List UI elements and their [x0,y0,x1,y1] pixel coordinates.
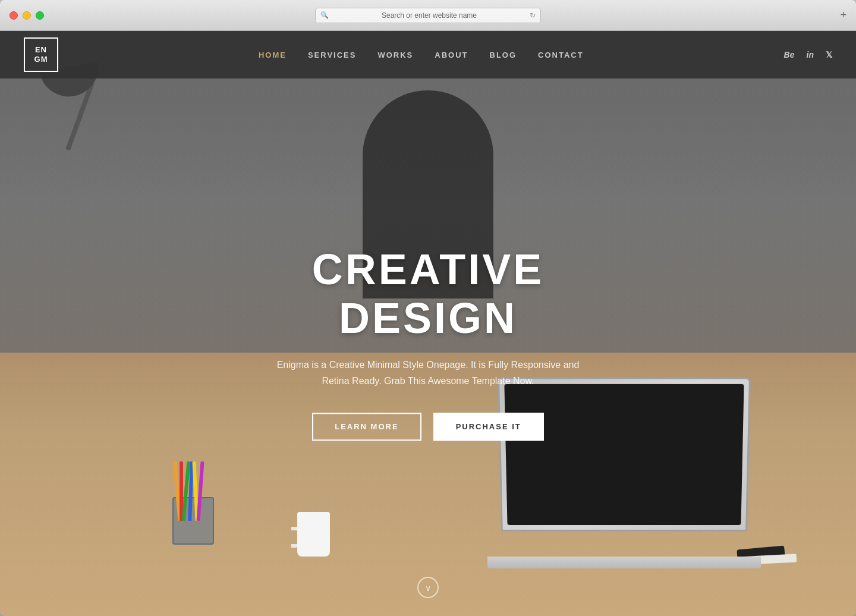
maximize-button[interactable] [36,11,44,20]
nav-contact[interactable]: CONTACT [538,51,584,59]
reload-icon[interactable]: ↻ [530,11,536,20]
scroll-indicator[interactable]: ∨ [417,577,439,598]
nav-blog[interactable]: BLOG [490,51,517,59]
close-button[interactable] [10,11,18,20]
navbar: EN GM HOME SERVICES WORKS ABOUT BLOG CON… [0,31,856,78]
search-icon: 🔍 [320,11,329,19]
traffic-lights [10,11,44,20]
learn-more-button[interactable]: LEARN MORE [312,413,421,441]
mug-decoration [291,503,333,557]
nav-home[interactable]: HOME [259,51,287,59]
pencil-holder [166,473,220,545]
scroll-circle[interactable]: ∨ [417,577,439,598]
twitter-icon[interactable]: 𝕏 [826,50,832,59]
hero-subtitle: Enigma is a Creative Minimal Style Onepa… [220,357,636,389]
hero-buttons: LEARN MORE PURCHASE IT [220,413,636,441]
new-tab-button[interactable]: + [840,9,846,21]
lamp-decoration [30,67,149,215]
logo-text: EN GM [34,45,48,64]
address-bar[interactable]: 🔍 Search or enter website name ↻ [315,8,541,23]
chevron-down-icon: ∨ [425,583,431,593]
nav-works[interactable]: WORKS [377,51,413,59]
nav-services[interactable]: SERVICES [308,51,357,59]
linkedin-icon[interactable]: in [807,50,814,59]
nav-menu: HOME SERVICES WORKS ABOUT BLOG CONTACT [259,49,584,60]
hero-section: EN GM HOME SERVICES WORKS ABOUT BLOG CON… [0,31,856,616]
social-links: Be in 𝕏 [784,50,832,59]
hero-content: CREATIVE DESIGN Enigma is a Creative Min… [220,245,636,441]
behance-icon[interactable]: Be [784,50,795,59]
address-bar-text: Search or enter website name [332,11,526,20]
nav-about[interactable]: ABOUT [435,51,468,59]
laptop-base [487,557,761,568]
title-bar: 🔍 Search or enter website name ↻ + [0,0,856,31]
website-content: EN GM HOME SERVICES WORKS ABOUT BLOG CON… [0,31,856,616]
apple-logo [612,444,636,467]
minimize-button[interactable] [23,11,31,20]
purchase-button[interactable]: PURCHASE IT [433,413,544,441]
hero-title: CREATIVE DESIGN [220,245,636,342]
browser-window: 🔍 Search or enter website name ↻ + [0,0,856,616]
logo[interactable]: EN GM [24,37,58,72]
mug-body [297,512,330,557]
